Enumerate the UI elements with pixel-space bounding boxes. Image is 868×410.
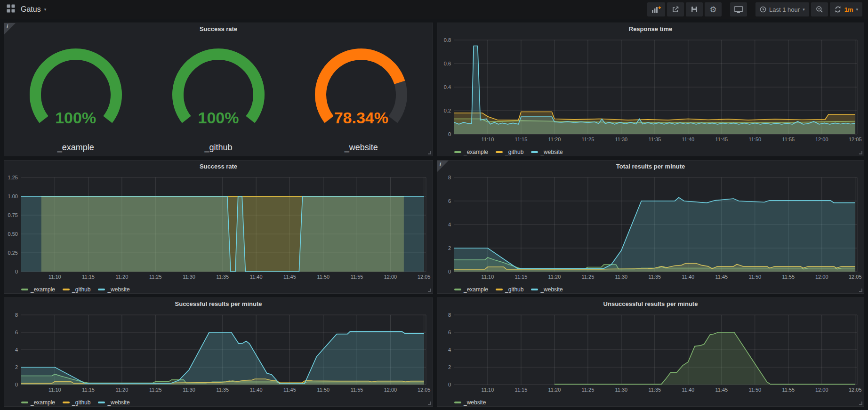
legend-label: _example (31, 399, 55, 406)
svg-text:11:45: 11:45 (715, 387, 728, 393)
legend-label: _website (540, 149, 563, 155)
gauge-value: 100% (147, 109, 289, 127)
resize-handle[interactable] (859, 151, 862, 154)
unsuccessful-results-chart[interactable]: 0246811:1011:1511:2011:2511:3011:3511:40… (437, 310, 864, 397)
svg-text:11:50: 11:50 (317, 274, 330, 280)
svg-text:11:45: 11:45 (283, 274, 296, 280)
svg-text:11:30: 11:30 (615, 387, 628, 393)
svg-text:11:50: 11:50 (317, 387, 330, 393)
svg-text:11:40: 11:40 (250, 387, 263, 393)
svg-text:4: 4 (448, 222, 451, 227)
dashboard-title: Gatus (21, 5, 41, 14)
svg-text:11:15: 11:15 (82, 387, 95, 393)
resize-handle[interactable] (859, 402, 862, 405)
svg-text:11:50: 11:50 (748, 387, 761, 393)
svg-text:11:35: 11:35 (217, 274, 229, 280)
svg-text:11:10: 11:10 (482, 137, 494, 142)
panel-title[interactable]: Successful results per minute (4, 298, 433, 310)
clock-icon (760, 6, 766, 13)
panel-unsuccessful-results: Unsuccessful results per minute 0246811:… (437, 297, 864, 407)
panel-title[interactable]: Success rate (4, 23, 433, 35)
legend-item-github[interactable]: _github (63, 286, 90, 293)
refresh-picker[interactable]: 1m ▾ (830, 2, 862, 16)
legend-item-website[interactable]: _website (531, 149, 563, 155)
svg-text:6: 6 (448, 198, 451, 204)
svg-text:11:10: 11:10 (482, 274, 494, 280)
legend-item-github[interactable]: _github (496, 149, 523, 155)
legend-item-website[interactable]: _website (454, 399, 486, 406)
apps-grid-icon[interactable] (7, 4, 15, 15)
panel-title[interactable]: Total results per minute (437, 161, 864, 173)
legend-item-github[interactable]: _github (63, 399, 90, 406)
svg-text:12:00: 12:00 (384, 274, 397, 280)
panel-info-icon[interactable]: i (437, 161, 449, 172)
svg-text:0: 0 (15, 269, 18, 274)
svg-text:11:55: 11:55 (782, 274, 795, 280)
panel-response-time: Response time 00.20.40.60.811:1011:1511:… (437, 23, 864, 156)
svg-text:11:20: 11:20 (116, 387, 129, 393)
svg-text:11:55: 11:55 (351, 274, 363, 280)
legend-color-swatch (496, 151, 503, 153)
successful-results-chart[interactable]: 0246811:1011:1511:2011:2511:3011:3511:40… (4, 310, 433, 397)
total-results-chart[interactable]: 0246811:1011:1511:2011:2511:3011:3511:40… (437, 173, 864, 284)
gauge-example: 100% _example (4, 35, 147, 156)
svg-text:11:20: 11:20 (548, 137, 561, 142)
success-rate-chart[interactable]: 00.250.500.751.001.2511:1011:1511:2011:2… (4, 173, 433, 284)
settings-button[interactable]: ⚙ (705, 2, 722, 16)
svg-text:12:00: 12:00 (815, 274, 828, 280)
legend-item-example[interactable]: _example (454, 149, 488, 155)
panel-title[interactable]: Unsuccessful results per minute (437, 298, 864, 310)
legend-item-example[interactable]: _example (21, 286, 55, 293)
svg-text:4: 4 (15, 347, 18, 353)
svg-text:11:35: 11:35 (649, 274, 661, 280)
legend-color-swatch (21, 402, 28, 403)
dashboard-title-dropdown[interactable]: Gatus ▾ (21, 5, 46, 14)
svg-text:11:10: 11:10 (482, 387, 494, 393)
top-navbar: Gatus ▾ ⚙ (0, 0, 868, 19)
svg-text:6: 6 (15, 330, 18, 335)
settings-gear-icon: ⚙ (709, 6, 716, 14)
svg-text:2: 2 (448, 245, 451, 251)
svg-text:11:45: 11:45 (715, 137, 728, 142)
gauge-github: 100% _github (147, 35, 289, 156)
legend-item-website[interactable]: _website (531, 286, 563, 293)
legend-label: _website (107, 286, 129, 293)
panel-title[interactable]: Response time (437, 23, 864, 35)
add-panel-button[interactable] (647, 2, 665, 16)
refresh-interval-label: 1m (844, 6, 853, 13)
legend-item-website[interactable]: _website (98, 399, 129, 406)
legend-color-swatch (531, 151, 538, 153)
panel-title[interactable]: Success rate (4, 161, 433, 173)
svg-text:6: 6 (448, 330, 451, 335)
svg-text:12:00: 12:00 (384, 387, 397, 393)
legend-item-github[interactable]: _github (496, 286, 523, 293)
legend-color-swatch (454, 289, 461, 290)
svg-text:12:05: 12:05 (849, 387, 862, 393)
svg-text:0: 0 (448, 131, 451, 137)
svg-text:11:55: 11:55 (351, 387, 363, 393)
zoom-out-icon (816, 6, 823, 13)
resize-handle[interactable] (428, 151, 431, 154)
svg-text:11:20: 11:20 (548, 274, 561, 280)
save-button[interactable] (686, 2, 703, 16)
panel-success-rate-gauges: i Success rate 100% _example 100% _githu… (4, 23, 433, 156)
panel-total-results: i Total results per minute 0246811:1011:… (437, 160, 864, 294)
response-time-chart[interactable]: 00.20.40.60.811:1011:1511:2011:2511:3011… (437, 35, 864, 146)
resize-handle[interactable] (859, 289, 862, 292)
panel-info-icon[interactable]: i (4, 23, 16, 34)
legend-color-swatch (21, 289, 28, 290)
legend-item-website[interactable]: _website (98, 286, 129, 293)
svg-text:0: 0 (448, 382, 451, 387)
share-button[interactable] (667, 2, 684, 16)
resize-handle[interactable] (428, 402, 431, 405)
legend-item-example[interactable]: _example (454, 286, 488, 293)
legend-label: _website (107, 399, 129, 406)
resize-handle[interactable] (428, 289, 431, 292)
legend-item-example[interactable]: _example (21, 399, 55, 406)
svg-text:11:40: 11:40 (250, 274, 263, 280)
legend-color-swatch (454, 402, 461, 403)
legend-color-swatch (63, 402, 70, 403)
tv-mode-button[interactable] (730, 2, 747, 16)
zoom-out-button[interactable] (811, 2, 828, 16)
time-range-picker[interactable]: Last 1 hour ▾ (755, 2, 809, 16)
